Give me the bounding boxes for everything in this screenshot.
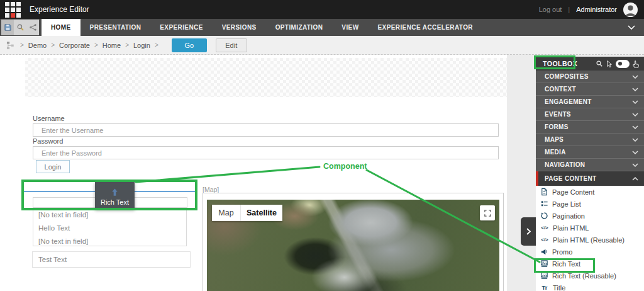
toolbox-item-pagination[interactable]: Pagination xyxy=(536,210,644,222)
ribbon-tabs: HOME PRESENTATION EXPERIENCE VERSIONS OP… xyxy=(42,19,482,36)
toolbox-toggle-switch[interactable] xyxy=(616,60,630,68)
toolbox-item-rich-text[interactable]: Rich Text xyxy=(536,258,644,270)
username-label: Username xyxy=(33,115,65,122)
chevron-up-icon xyxy=(632,177,638,181)
ribbon-bar: HOME PRESENTATION EXPERIENCE VERSIONS OP… xyxy=(0,19,644,36)
tab-experience-accelerator[interactable]: EXPERIENCE ACCELERATOR xyxy=(369,19,482,36)
field-line[interactable]: [No text in field] xyxy=(38,208,181,222)
toolbox-item-plain-html-reusable[interactable]: </>Plain HTML (Reusable) xyxy=(536,234,644,246)
satellite-view-button[interactable]: Satellite xyxy=(241,205,282,221)
username-field[interactable] xyxy=(33,123,499,137)
toolbox-item-promo[interactable]: Promo xyxy=(536,246,644,258)
section-composites[interactable]: COMPOSITES xyxy=(536,71,644,83)
section-forms[interactable]: FORMS xyxy=(536,121,644,134)
top-bar: Experience Editor Log out | Administrato… xyxy=(0,0,644,19)
user-name: Administrator xyxy=(576,6,617,13)
logout-link[interactable]: Log out xyxy=(539,6,562,13)
section-page-content[interactable]: PAGE CONTENT xyxy=(536,171,644,186)
map-type-control: Map Satellite xyxy=(212,205,282,221)
experience-editor-window: Experience Editor Log out | Administrato… xyxy=(0,0,644,291)
pagination-icon xyxy=(540,212,548,220)
chevron-down-icon xyxy=(632,125,638,129)
toolbox-item-page-content[interactable]: Page Content xyxy=(536,186,644,198)
toolbox-item-list: Page Content Page List Pagination </>Pla… xyxy=(536,186,644,291)
section-context[interactable]: CONTEXT xyxy=(536,83,644,96)
chevron-right-icon xyxy=(526,228,531,235)
toolbox-collapse-handle[interactable] xyxy=(521,217,536,246)
password-label: Password xyxy=(33,137,63,145)
section-maps[interactable]: MAPS xyxy=(536,134,644,146)
quick-access-toolbar xyxy=(1,20,39,35)
search-button[interactable] xyxy=(14,20,26,35)
field-line[interactable]: Hello Text xyxy=(38,222,181,235)
sitemap-icon xyxy=(6,41,16,50)
toolbox-item-page-list[interactable]: Page List xyxy=(536,198,644,210)
sitecore-logo-icon[interactable] xyxy=(5,2,21,18)
share-icon xyxy=(29,23,37,31)
map-view-button[interactable]: Map xyxy=(212,205,241,221)
section-navigation[interactable]: NAVIGATION xyxy=(536,159,644,171)
hand-pointer-icon[interactable] xyxy=(633,60,640,68)
field-line[interactable]: [No text in field] xyxy=(38,235,181,248)
edit-button[interactable]: Edit xyxy=(216,38,247,52)
chevron-down-icon xyxy=(632,113,638,117)
code-reusable-icon: </> xyxy=(540,237,549,243)
user-avatar[interactable] xyxy=(623,3,638,17)
person-icon xyxy=(623,3,638,17)
toolbox-item-rich-text-reusable[interactable]: Rich Text (Reusable) xyxy=(536,270,644,282)
crumb-separator: > xyxy=(51,42,55,48)
page-list-icon xyxy=(540,200,548,208)
chevron-down-icon xyxy=(632,88,638,91)
toolbox-search-icon[interactable] xyxy=(596,60,603,67)
rich-text-reusable-icon xyxy=(540,271,548,280)
chevron-down-icon xyxy=(632,100,638,104)
login-button[interactable]: Login xyxy=(36,160,70,173)
toolbox-header: TOOLBOX xyxy=(536,57,644,71)
fullscreen-button[interactable] xyxy=(480,205,495,220)
tab-optimization[interactable]: OPTIMIZATION xyxy=(266,19,333,36)
component-drag-icon xyxy=(110,188,119,197)
go-button[interactable]: Go xyxy=(172,38,207,52)
chevron-down-icon xyxy=(632,151,638,154)
component-annotation-label: Component xyxy=(323,162,367,171)
crumb-separator: > xyxy=(20,42,24,48)
rich-text-icon xyxy=(540,260,548,268)
cursor-icon[interactable] xyxy=(606,60,613,68)
breadcrumb-corporate[interactable]: Corporate xyxy=(59,42,90,49)
crumb-separator: > xyxy=(94,42,98,48)
toolbox-item-plain-html[interactable]: </>Plain HTML xyxy=(536,222,644,234)
rich-text-fields-block[interactable]: [No text in field] Hello Text [No text i… xyxy=(33,206,187,246)
tab-home[interactable]: HOME xyxy=(42,19,80,36)
search-icon xyxy=(16,23,25,31)
breadcrumb-home[interactable]: Home xyxy=(103,42,121,49)
code-icon: </> xyxy=(540,225,549,231)
tab-experience[interactable]: EXPERIENCE xyxy=(150,19,212,36)
toolbox-sections: COMPOSITES CONTEXT ENGAGEMENT EVENTS FOR… xyxy=(536,71,644,291)
breadcrumb-demo[interactable]: Demo xyxy=(28,42,47,49)
ribbon-collapse-button[interactable] xyxy=(628,19,635,36)
password-field[interactable] xyxy=(33,146,499,159)
drag-tooltip: Rich Text xyxy=(95,182,135,209)
save-button[interactable] xyxy=(1,20,14,35)
toolbox-title: TOOLBOX xyxy=(543,60,577,67)
topbar-separator: | xyxy=(568,6,570,13)
chevron-down-icon xyxy=(632,138,638,142)
chevron-down-icon xyxy=(628,25,635,30)
tab-view[interactable]: VIEW xyxy=(332,19,368,36)
tab-presentation[interactable]: PRESENTATION xyxy=(80,19,151,36)
share-button[interactable] xyxy=(26,20,39,35)
toolbox-item-title[interactable]: TrTitle xyxy=(536,282,644,291)
tab-versions[interactable]: VERSIONS xyxy=(213,19,266,36)
test-text-block[interactable]: Test Text xyxy=(32,251,191,268)
section-engagement[interactable]: ENGAGEMENT xyxy=(536,96,644,108)
empty-placeholder-region[interactable] xyxy=(25,58,507,97)
crumb-separator: > xyxy=(155,42,158,48)
breadcrumb-login[interactable]: Login xyxy=(133,42,150,49)
save-icon xyxy=(4,23,12,31)
section-media[interactable]: MEDIA xyxy=(536,146,644,159)
breadcrumb-bar: > Demo > Corporate > Home > Login > Go E… xyxy=(0,36,644,55)
title-icon: Tr xyxy=(540,284,549,291)
chevron-down-icon xyxy=(632,163,638,167)
section-events[interactable]: EVENTS xyxy=(536,108,644,121)
crumb-separator: > xyxy=(125,42,129,48)
